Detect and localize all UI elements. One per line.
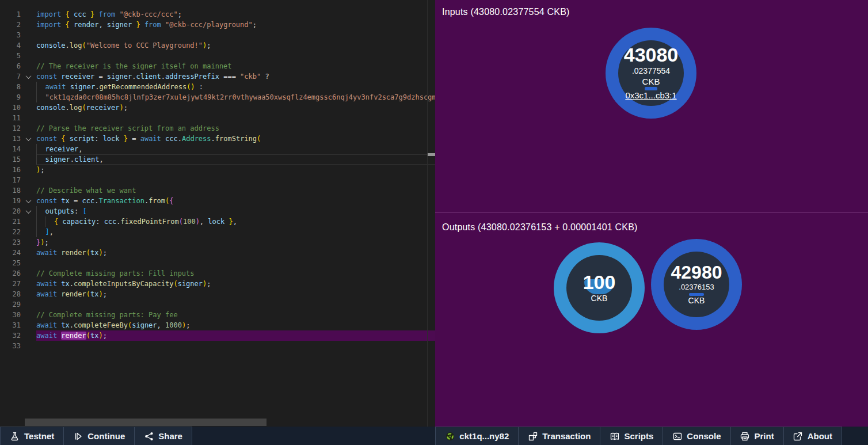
- share-button[interactable]: Share: [134, 427, 192, 445]
- code-line[interactable]: 16);: [0, 165, 435, 175]
- line-number: 19: [0, 196, 21, 206]
- code-text: // Describe what we want: [36, 185, 435, 196]
- fold-spacer: [21, 175, 36, 185]
- code-line[interactable]: 27await tx.completeInputsByCapacity(sign…: [0, 279, 435, 289]
- code-line[interactable]: 14 receiver,: [0, 144, 435, 154]
- transaction-button[interactable]: Transaction: [518, 427, 600, 445]
- code-line[interactable]: 11: [0, 113, 435, 123]
- code-line[interactable]: 18// Describe what we want: [0, 185, 435, 196]
- code-text: const tx = ccc.Transaction.from({: [36, 196, 435, 206]
- code-line[interactable]: 24await render(tx);: [0, 248, 435, 258]
- code-line[interactable]: 6// The receiver is the signer itself on…: [0, 61, 435, 71]
- line-number: 20: [0, 206, 21, 216]
- code-line[interactable]: 25: [0, 258, 435, 268]
- input-outpoint-link[interactable]: 0x3c1...cb3:1: [625, 89, 676, 101]
- code-line[interactable]: 9 "ckt1qzda0cr08m85hc8jlnfp3zer7xulejywt…: [0, 92, 435, 102]
- fold-chevron-icon[interactable]: [21, 134, 36, 144]
- about-button[interactable]: About: [783, 427, 842, 445]
- code-text: import { ccc } from "@ckb-ccc/ccc";: [36, 9, 435, 20]
- line-number: 4: [0, 40, 21, 51]
- line-number: 32: [0, 330, 21, 341]
- input-cell[interactable]: 43080 .02377554 CKB 0x3c1...cb3:1: [606, 28, 696, 119]
- code-line[interactable]: 20 outputs: [: [0, 206, 435, 216]
- line-number: 14: [0, 144, 21, 154]
- code-text: await tx.completeInputsByCapacity(signer…: [36, 279, 435, 289]
- line-number: 9: [0, 92, 21, 102]
- fold-spacer: [21, 9, 36, 20]
- code-text: receiver,: [36, 144, 435, 154]
- code-line[interactable]: 7const receiver = signer.client.addressP…: [0, 71, 435, 82]
- code-text: [36, 113, 435, 123]
- code-text: [36, 175, 435, 185]
- code-line[interactable]: 26// Complete missing parts: Fill inputs: [0, 268, 435, 279]
- code-line[interactable]: 12// Parse the receiver script from an a…: [0, 123, 435, 134]
- code-line[interactable]: 17: [0, 175, 435, 185]
- output-cell-2[interactable]: 42980 .02376153 CKB: [651, 239, 742, 330]
- code-line[interactable]: 19const tx = ccc.Transaction.from({: [0, 196, 435, 206]
- fold-chevron-icon[interactable]: [21, 206, 36, 216]
- continue-button[interactable]: Continue: [63, 427, 135, 445]
- horizontal-scrollbar[interactable]: [25, 419, 267, 426]
- fold-chevron-icon[interactable]: [21, 71, 36, 82]
- output-cell-1[interactable]: 100 CKB: [554, 242, 645, 333]
- about-label: About: [808, 431, 832, 441]
- code-line[interactable]: 13const { script: lock } = await ccc.Add…: [0, 134, 435, 144]
- fold-spacer: [21, 51, 36, 61]
- code-line[interactable]: 8 await signer.getRecommendedAddress() :: [0, 82, 435, 92]
- code-line[interactable]: 5: [0, 51, 435, 61]
- code-line[interactable]: 4console.log("Welcome to CCC Playground!…: [0, 40, 435, 51]
- code-text: import { render, signer } from "@ckb-ccc…: [36, 20, 435, 30]
- code-line[interactable]: 21 { capacity: ccc.fixedPointFrom(100), …: [0, 216, 435, 227]
- line-number: 17: [0, 175, 21, 185]
- outputs-section: Outputs (43080.02376153 + 0.00001401 CKB…: [435, 214, 868, 427]
- output-2-amount: 42980: [671, 263, 722, 283]
- code-text: const { script: lock } = await ccc.Addre…: [36, 134, 435, 144]
- code-text: const receiver = signer.client.addressPr…: [36, 71, 435, 82]
- code-line[interactable]: 15 signer.client,: [0, 154, 435, 165]
- code-text: // The receiver is the signer itself on …: [36, 61, 435, 71]
- code-text: await render(tx);: [36, 289, 435, 299]
- code-line[interactable]: 28await render(tx);: [0, 289, 435, 299]
- code-line[interactable]: 3: [0, 30, 435, 40]
- code-line[interactable]: 32await render(tx);: [0, 330, 435, 341]
- fold-spacer: [21, 227, 36, 237]
- fold-spacer: [21, 20, 36, 30]
- fold-spacer: [21, 258, 36, 268]
- code-editor[interactable]: 1import { ccc } from "@ckb-ccc/ccc";2imp…: [0, 0, 435, 427]
- code-text: // Complete missing parts: Fill inputs: [36, 268, 435, 279]
- code-line[interactable]: 23});: [0, 237, 435, 248]
- code-line[interactable]: 2import { render, signer } from "@ckb-cc…: [0, 20, 435, 30]
- code-line[interactable]: 22 ],: [0, 227, 435, 237]
- fold-spacer: [21, 237, 36, 248]
- inputs-section: Inputs (43080.02377554 CKB) 43080 .02377…: [435, 0, 868, 213]
- code-text: [36, 258, 435, 268]
- scripts-label: Scripts: [624, 431, 653, 441]
- fold-spacer: [21, 185, 36, 196]
- code-text: ],: [36, 227, 435, 237]
- print-button[interactable]: Print: [730, 427, 784, 445]
- fold-spacer: [21, 61, 36, 71]
- code-text: "ckt1qzda0cr08m85hc8jlnfp3zer7xulejywt49…: [36, 92, 435, 102]
- line-number: 31: [0, 320, 21, 330]
- inputs-title: Inputs (43080.02377554 CKB): [442, 7, 570, 17]
- code-line[interactable]: 33: [0, 341, 435, 351]
- console-button[interactable]: Console: [663, 427, 730, 445]
- continue-icon: [73, 431, 83, 441]
- output-1-unit: CKB: [591, 293, 608, 303]
- scripts-button[interactable]: Scripts: [600, 427, 663, 445]
- bottom-toolbar: Testnet Continue Share: [0, 427, 868, 445]
- code-line[interactable]: 10console.log(receiver);: [0, 102, 435, 113]
- code-line[interactable]: 30// Complete missing parts: Pay fee: [0, 310, 435, 320]
- input-amount: 43080: [624, 45, 679, 66]
- fold-spacer: [21, 341, 36, 351]
- code-line[interactable]: 31await tx.completeFeeBy(signer, 1000);: [0, 320, 435, 330]
- code-text: await tx.completeFeeBy(signer, 1000);: [36, 320, 435, 330]
- fold-chevron-icon[interactable]: [21, 196, 36, 206]
- wallet-address-button[interactable]: ckt1q...ny82: [435, 427, 519, 445]
- identicon: [445, 431, 455, 441]
- code-line[interactable]: 29: [0, 299, 435, 310]
- code-line[interactable]: 1import { ccc } from "@ckb-ccc/ccc";: [0, 9, 435, 20]
- continue-label: Continue: [87, 431, 125, 441]
- testnet-button[interactable]: Testnet: [0, 427, 64, 445]
- toolbar-end-spacer: [842, 427, 868, 445]
